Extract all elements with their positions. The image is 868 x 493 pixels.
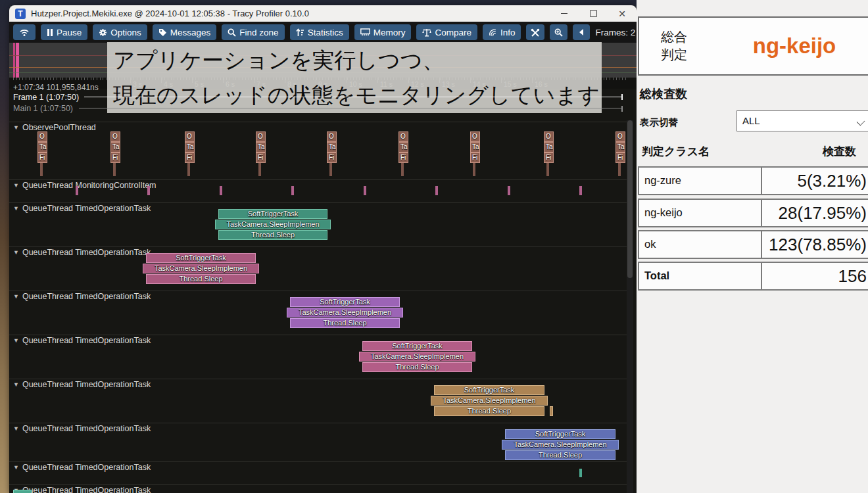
task-zone-row[interactable]: SoftTriggerTask xyxy=(146,253,256,263)
monitoring-zone-tick[interactable] xyxy=(435,186,438,195)
timeline-scrollbar[interactable] xyxy=(627,120,633,493)
main-extent-end xyxy=(621,106,623,112)
window-titlebar[interactable]: T Hutzper.Project.Mekiki.exe @ 2024-10-0… xyxy=(9,5,637,22)
task-zone-row[interactable]: Thread.Sleep xyxy=(290,318,400,328)
thread-label: ▼ObservePoolThread xyxy=(13,123,96,132)
thread-section-header[interactable]: ▼QueueThread TimedOperationTask xyxy=(9,335,633,345)
collapse-triangle-icon[interactable]: ▼ xyxy=(13,293,19,300)
partial-zone-box[interactable] xyxy=(13,490,32,493)
observe-task-row: O xyxy=(615,131,625,142)
options-button[interactable]: Options xyxy=(93,24,147,40)
ruler-tick xyxy=(19,78,20,80)
task-zone-row[interactable]: SoftTriggerTask xyxy=(434,385,544,395)
overall-label-line2: 判定 xyxy=(661,46,687,64)
options-label: Options xyxy=(110,28,141,37)
collapse-triangle-icon[interactable]: ▼ xyxy=(13,182,19,189)
task-zone-row[interactable]: TaskCamera.SleepImplemen xyxy=(287,308,403,317)
zoom-in-icon xyxy=(554,28,563,37)
maximize-button[interactable] xyxy=(579,5,608,22)
info-button[interactable]: Info xyxy=(483,24,521,40)
connection-button[interactable] xyxy=(13,24,36,40)
thread-section-header[interactable]: ▼QueueThread MonitoringControlItem xyxy=(9,179,633,190)
task-zone-row[interactable]: SoftTriggerTask xyxy=(505,429,615,439)
observe-task-row: Fi xyxy=(615,153,625,163)
task-zone-row[interactable]: Thread.Sleep xyxy=(362,362,472,372)
display-toggle-select[interactable]: ALL xyxy=(736,110,868,131)
table-row[interactable]: ok123(78.85%) xyxy=(638,230,868,259)
messages-label: Messages xyxy=(170,28,211,37)
task-zone-row[interactable]: Thread.Sleep xyxy=(218,230,327,240)
task-zone-row[interactable]: TaskCamera.SleepImplemen xyxy=(215,220,331,229)
observe-task-row: O xyxy=(110,131,120,142)
class-name-cell: ok xyxy=(644,238,656,250)
overall-label-line1: 総合 xyxy=(661,28,687,46)
monitoring-zone-tick[interactable] xyxy=(220,186,222,195)
task-zone-row[interactable]: Thread.Sleep xyxy=(146,274,256,284)
collapse-triangle-icon[interactable]: ▼ xyxy=(13,249,19,256)
observe-task-row: O xyxy=(37,131,47,142)
observe-task-row: Fi xyxy=(256,153,266,163)
collapse-triangle-icon[interactable]: ▼ xyxy=(13,124,19,131)
pause-icon xyxy=(47,29,53,36)
total-inspections-label: 総検査数 xyxy=(640,86,687,102)
memory-button[interactable]: Memory xyxy=(354,24,412,40)
thread-section-header[interactable]: ▼ObservePoolThread xyxy=(9,122,633,132)
observe-task-row: Ta xyxy=(110,142,120,153)
memory-icon xyxy=(360,28,370,36)
monitoring-zone-tick[interactable] xyxy=(291,186,294,195)
ruler-tick xyxy=(93,78,94,80)
tools-button[interactable] xyxy=(526,24,544,40)
overall-judgement-value: ng-keijo xyxy=(709,16,868,76)
compare-button[interactable]: Compare xyxy=(416,24,477,40)
task-zone-row[interactable]: TaskCamera.SleepImplemen xyxy=(143,264,259,273)
task-zone-row[interactable]: SoftTriggerTask xyxy=(290,297,400,307)
statistics-button[interactable]: Statistics xyxy=(290,24,349,40)
monitoring-zone-tick[interactable] xyxy=(364,186,366,195)
collapse-triangle-icon[interactable]: ▼ xyxy=(13,425,19,432)
monitoring-zone-tick[interactable] xyxy=(579,186,582,195)
collapse-triangle-icon[interactable]: ▼ xyxy=(13,337,19,344)
collapse-triangle-icon[interactable]: ▼ xyxy=(13,205,19,212)
close-button[interactable]: ✕ xyxy=(608,5,637,22)
monitoring-zone-tick[interactable] xyxy=(76,186,78,195)
tracy-app-icon: T xyxy=(15,9,26,19)
collapse-triangle-icon[interactable]: ▼ xyxy=(13,464,19,471)
task-zone-row[interactable]: Thread.Sleep xyxy=(434,406,544,416)
observe-task-row: Ta xyxy=(544,142,554,153)
main-label: Main 1 (1:07:50) xyxy=(13,104,73,113)
task-zone-row[interactable]: TaskCamera.SleepImplemen xyxy=(502,440,619,450)
task-zone-row[interactable]: Thread.Sleep xyxy=(505,450,615,460)
task-zone-row[interactable]: SoftTriggerTask xyxy=(362,341,472,351)
ruler-tick xyxy=(32,78,32,80)
pause-button[interactable]: Pause xyxy=(41,24,87,40)
monitoring-zone-tick[interactable] xyxy=(147,186,150,195)
table-row[interactable]: ng-zure5(3.21%) xyxy=(638,166,868,195)
prev-frame-button[interactable] xyxy=(573,24,590,40)
messages-button[interactable]: Messages xyxy=(153,24,217,40)
minimize-button[interactable] xyxy=(550,5,579,22)
gear-icon xyxy=(99,28,107,37)
wifi-icon xyxy=(19,28,30,37)
task-zone-row[interactable]: SoftTriggerTask xyxy=(218,209,327,219)
table-row[interactable]: ng-keijo28(17.95%) xyxy=(638,199,868,227)
small-zone-tick[interactable] xyxy=(579,469,582,477)
collapse-triangle-icon[interactable]: ▼ xyxy=(13,381,19,388)
ruler-tick xyxy=(47,78,48,80)
thread-section-header[interactable]: ▼QueueThread TimedOperationTask xyxy=(9,461,633,472)
thread-section-header[interactable]: ▼QueueThread TimedOperationTask xyxy=(9,484,633,493)
task-zone-row[interactable]: TaskCamera.SleepImplemen xyxy=(359,352,475,362)
thread-section-header[interactable]: ▼QueueThread TimedOperationTask xyxy=(9,246,633,257)
class-name-cell: ng-zure xyxy=(644,174,681,187)
find-zone-button[interactable]: Find zone xyxy=(222,24,284,40)
task-zone-tail xyxy=(550,406,553,416)
task-zone-row[interactable]: TaskCamera.SleepImplemen xyxy=(431,396,548,406)
toolbar: Pause Options Messages Find zone Statist… xyxy=(9,22,637,43)
scrollbar-thumb[interactable] xyxy=(627,120,633,278)
observe-task-row: Ta xyxy=(615,142,625,153)
monitoring-zone-tick[interactable] xyxy=(508,186,510,195)
zoom-button[interactable] xyxy=(550,24,567,40)
frame-label: Frame 1 (1:07:50) xyxy=(13,93,79,102)
table-row[interactable]: Total156 xyxy=(638,262,868,291)
observe-task-row: Ta xyxy=(327,142,337,153)
observe-task-stem xyxy=(329,163,332,176)
